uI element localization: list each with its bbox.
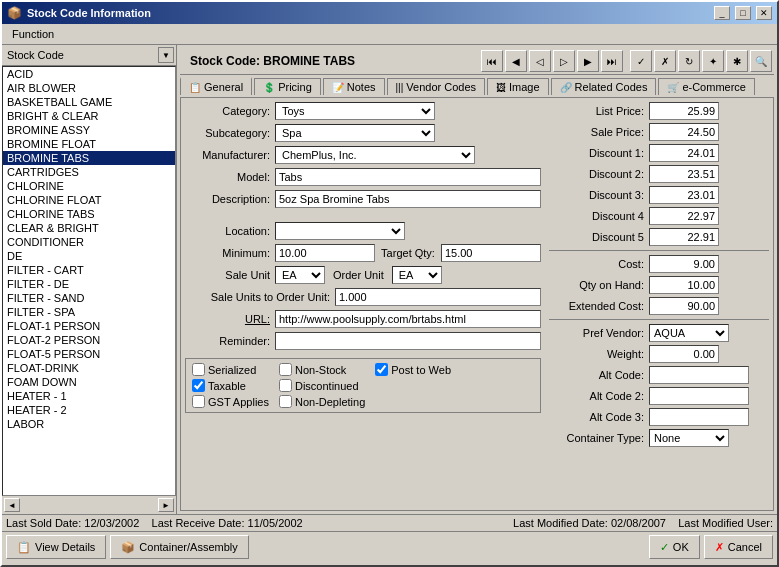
- nav-next-button[interactable]: ▷: [553, 50, 575, 72]
- cost-input[interactable]: [649, 255, 719, 273]
- subcategory-select[interactable]: Spa: [275, 124, 435, 142]
- list-item[interactable]: CHLORINE: [3, 179, 175, 193]
- discard-button[interactable]: ✗: [654, 50, 676, 72]
- list-item[interactable]: FLOAT-5 PERSON: [3, 347, 175, 361]
- list-item[interactable]: FILTER - SAND: [3, 291, 175, 305]
- list-item[interactable]: BROMINE FLOAT: [3, 137, 175, 151]
- discount5-input[interactable]: [649, 228, 719, 246]
- list-item[interactable]: CLEAR & BRIGHT: [3, 221, 175, 235]
- location-select[interactable]: [275, 222, 405, 240]
- nav-prev-button[interactable]: ◁: [529, 50, 551, 72]
- close-button[interactable]: ✕: [756, 6, 772, 20]
- discount3-input[interactable]: [649, 186, 719, 204]
- pref-vendor-select[interactable]: AQUA: [649, 324, 729, 342]
- list-item[interactable]: FOAM DOWN: [3, 375, 175, 389]
- weight-input[interactable]: [649, 345, 719, 363]
- discount1-label: Discount 1:: [549, 147, 649, 159]
- tab-ecommerce[interactable]: 🛒 e-Commerce: [658, 78, 755, 95]
- tab-pricing[interactable]: 💲 Pricing: [254, 78, 321, 95]
- tab-general[interactable]: 📋 General: [180, 77, 252, 95]
- view-details-button[interactable]: 📋 View Details: [6, 535, 106, 559]
- nav-first-button[interactable]: ⏮: [481, 50, 503, 72]
- unit-row: Sale Unit EA Order Unit EA: [185, 266, 541, 284]
- list-item[interactable]: AIR BLOWER: [3, 81, 175, 95]
- ok-button[interactable]: ✓ OK: [649, 535, 700, 559]
- tab-related-label: Related Codes: [575, 81, 648, 93]
- gst-checkbox[interactable]: [192, 395, 205, 408]
- list-item[interactable]: FILTER - SPA: [3, 305, 175, 319]
- category-select[interactable]: Toys: [275, 102, 435, 120]
- list-item[interactable]: FLOAT-DRINK: [3, 361, 175, 375]
- nav-next-next-button[interactable]: ▶: [577, 50, 599, 72]
- discount1-input[interactable]: [649, 144, 719, 162]
- url-label: URL:: [185, 313, 275, 325]
- url-input[interactable]: [275, 310, 541, 328]
- discount2-input[interactable]: [649, 165, 719, 183]
- order-unit-select[interactable]: EA: [392, 266, 442, 284]
- manufacturer-select[interactable]: ChemPlus, Inc.: [275, 146, 475, 164]
- nav-prev-prev-button[interactable]: ◀: [505, 50, 527, 72]
- non-stock-checkbox[interactable]: [279, 363, 292, 376]
- refresh-button[interactable]: ↻: [678, 50, 700, 72]
- list-item[interactable]: DE: [3, 249, 175, 263]
- tab-vendor-codes[interactable]: ||| Vendor Codes: [387, 78, 486, 95]
- qty-on-hand-input[interactable]: [649, 276, 719, 294]
- non-depleting-checkbox[interactable]: [279, 395, 292, 408]
- discount4-input[interactable]: [649, 207, 719, 225]
- alt-code-input[interactable]: [649, 366, 749, 384]
- alt-code2-input[interactable]: [649, 387, 749, 405]
- extended-cost-input[interactable]: [649, 297, 719, 315]
- taxable-checkbox[interactable]: [192, 379, 205, 392]
- alt-code3-input[interactable]: [649, 408, 749, 426]
- ecommerce-icon: 🛒: [667, 82, 679, 93]
- function-menu[interactable]: Function: [6, 26, 60, 42]
- list-item[interactable]: CHLORINE FLOAT: [3, 193, 175, 207]
- list-item[interactable]: CONDITIONER: [3, 235, 175, 249]
- asterisk-button[interactable]: ✱: [726, 50, 748, 72]
- tab-related-codes[interactable]: 🔗 Related Codes: [551, 78, 657, 95]
- ok-icon: ✓: [660, 541, 669, 554]
- sale-price-input[interactable]: [649, 123, 719, 141]
- minimum-input[interactable]: [275, 244, 375, 262]
- list-item[interactable]: LABOR: [3, 417, 175, 431]
- cancel-button[interactable]: ✗ Cancel: [704, 535, 773, 559]
- target-qty-input[interactable]: [441, 244, 541, 262]
- list-item[interactable]: BROMINE ASSY: [3, 123, 175, 137]
- list-item[interactable]: BASKETBALL GAME: [3, 95, 175, 109]
- post-to-web-checkbox[interactable]: [375, 363, 388, 376]
- description-input[interactable]: [275, 190, 541, 208]
- container-assembly-button[interactable]: 📦 Container/Assembly: [110, 535, 248, 559]
- tab-notes[interactable]: 📝 Notes: [323, 78, 385, 95]
- list-item[interactable]: HEATER - 1: [3, 389, 175, 403]
- stock-code-dropdown-arrow[interactable]: ▼: [158, 47, 174, 63]
- list-price-input[interactable]: [649, 102, 719, 120]
- model-input[interactable]: [275, 168, 541, 186]
- sale-units-input[interactable]: [335, 288, 541, 306]
- sale-unit-select[interactable]: EA: [275, 266, 325, 284]
- list-item[interactable]: BRIGHT & CLEAR: [3, 109, 175, 123]
- list-item[interactable]: FILTER - DE: [3, 277, 175, 291]
- save-button[interactable]: ✓: [630, 50, 652, 72]
- list-item[interactable]: CHLORINE TABS: [3, 207, 175, 221]
- manufacturer-row: Manufacturer: ChemPlus, Inc.: [185, 146, 541, 164]
- container-type-select[interactable]: None: [649, 429, 729, 447]
- star-button[interactable]: ✦: [702, 50, 724, 72]
- discontinued-checkbox[interactable]: [279, 379, 292, 392]
- list-item[interactable]: FILTER - CART: [3, 263, 175, 277]
- list-item[interactable]: FLOAT-2 PERSON: [3, 333, 175, 347]
- list-item[interactable]: HEATER - 2: [3, 403, 175, 417]
- last-receive-label: Last Receive Date:: [152, 517, 245, 529]
- nav-last-button[interactable]: ⏭: [601, 50, 623, 72]
- maximize-button[interactable]: □: [735, 6, 751, 20]
- list-item[interactable]: CARTRIDGES: [3, 165, 175, 179]
- serialized-checkbox[interactable]: [192, 363, 205, 376]
- list-item[interactable]: ACID: [3, 67, 175, 81]
- reminder-input[interactable]: [275, 332, 541, 350]
- tab-image[interactable]: 🖼 Image: [487, 78, 549, 95]
- search-button[interactable]: 🔍: [750, 50, 772, 72]
- scroll-left-button[interactable]: ◄: [4, 498, 20, 512]
- list-item[interactable]: FLOAT-1 PERSON: [3, 319, 175, 333]
- minimize-button[interactable]: _: [714, 6, 730, 20]
- scroll-right-button[interactable]: ►: [158, 498, 174, 512]
- list-item[interactable]: BROMINE TABS: [3, 151, 175, 165]
